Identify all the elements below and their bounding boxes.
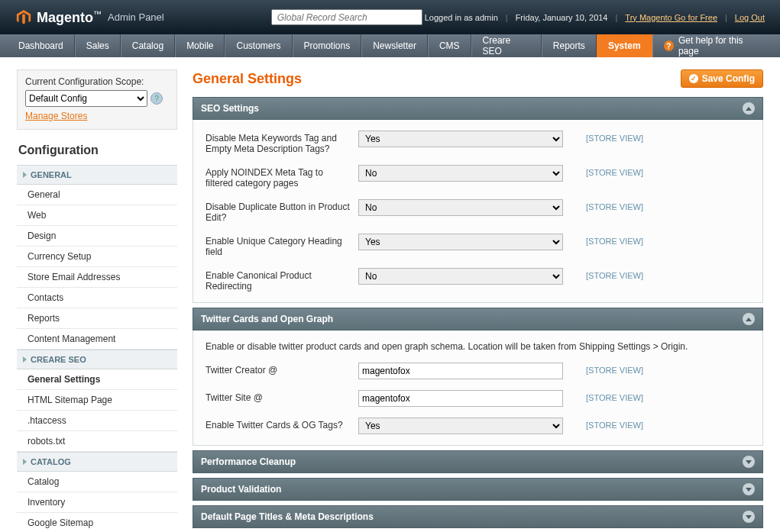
row-label: Twitter Site @ (206, 390, 358, 403)
fieldset-twitter-cards-and-open-graph: Twitter Cards and Open GraphEnable or di… (193, 308, 763, 446)
row-label: Enable Unique Category Heading field (206, 234, 358, 257)
row-select[interactable]: No (358, 268, 563, 285)
row-scope: [STORE VIEW] (586, 268, 643, 280)
nav-promotions[interactable]: Promotions (293, 34, 362, 57)
fieldset-default-page-titles-meta-descriptions: Default Page Titles & Meta Descriptions (193, 505, 763, 528)
fieldset-header[interactable]: Default Page Titles & Meta Descriptions (193, 505, 763, 528)
global-search-input[interactable] (271, 9, 422, 25)
config-row: Disable Duplicate Button in Product Edit… (206, 199, 750, 223)
config-row: Twitter Site @[STORE VIEW] (206, 390, 750, 407)
sidebar-item-web[interactable]: Web (17, 205, 177, 226)
admin-header: Magento™ Admin Panel Logged in as admin … (0, 0, 780, 34)
row-label: Enable Canonical Product Redirecting (206, 268, 358, 292)
check-icon: ✓ (689, 74, 698, 83)
collapse-toggle-icon[interactable] (743, 511, 755, 523)
sidebar: Current Configuration Scope: Default Con… (17, 69, 177, 532)
sidebar-item-html-sitemap-page[interactable]: HTML Sitemap Page (17, 390, 177, 411)
row-select[interactable]: Yes (358, 418, 563, 434)
fieldset-note: Enable or disable twitter product cards … (206, 341, 750, 352)
scope-help-icon[interactable]: ? (150, 92, 163, 105)
nav-creare-seo[interactable]: Creare SEO (471, 34, 542, 57)
fieldset-body: Disable Meta Keywords Tag and Empty Meta… (193, 120, 763, 303)
help-icon: ? (664, 40, 674, 51)
config-scope-box: Current Configuration Scope: Default Con… (17, 69, 177, 130)
chevron-right-icon (23, 172, 27, 178)
row-label: Twitter Creator @ (206, 363, 358, 376)
config-row: Twitter Creator @[STORE VIEW] (206, 363, 750, 379)
row-scope: [STORE VIEW] (586, 363, 643, 375)
save-config-button[interactable]: ✓ Save Config (681, 69, 763, 88)
row-scope: [STORE VIEW] (586, 199, 643, 211)
collapse-toggle-icon[interactable] (743, 483, 755, 495)
brand-name: Magento™ (37, 9, 102, 26)
logo: Magento™ Admin Panel (15, 9, 164, 26)
fieldset-header[interactable]: Product Validation (193, 478, 763, 501)
fieldset-product-validation: Product Validation (193, 478, 763, 501)
logout-link[interactable]: Log Out (735, 13, 765, 22)
logged-in-text: Logged in as admin (425, 13, 498, 22)
fieldset-header[interactable]: Twitter Cards and Open Graph (193, 308, 763, 330)
manage-stores-link[interactable]: Manage Stores (25, 111, 87, 121)
collapse-toggle-icon[interactable] (743, 313, 755, 325)
sidebar-item-contacts[interactable]: Contacts (17, 288, 177, 308)
nav-dashboard[interactable]: Dashboard (8, 34, 75, 57)
scope-select[interactable]: Default Config (25, 90, 147, 107)
magento-logo-icon (15, 9, 32, 26)
nav-mobile[interactable]: Mobile (175, 34, 225, 57)
collapse-toggle-icon[interactable] (743, 456, 755, 468)
sidebar-item--htaccess[interactable]: .htaccess (17, 411, 177, 431)
sidebar-item-catalog[interactable]: Catalog (17, 472, 177, 492)
sidebar-section-creare-seo[interactable]: CREARE SEO (17, 350, 177, 369)
fieldset-seo-settings: SEO SettingsDisable Meta Keywords Tag an… (193, 97, 763, 303)
scope-label: Current Configuration Scope: (25, 76, 169, 87)
sidebar-item-currency-setup[interactable]: Currency Setup (17, 247, 177, 267)
config-row: Apply NOINDEX Meta Tag to filtered categ… (206, 165, 750, 189)
header-date: Friday, January 10, 2014 (516, 13, 608, 22)
main-content: General Settings ✓ Save Config SEO Setti… (193, 69, 763, 532)
main-nav: DashboardSalesCatalogMobileCustomersProm… (0, 34, 780, 57)
sidebar-item-reports[interactable]: Reports (17, 308, 177, 329)
row-scope: [STORE VIEW] (586, 418, 643, 430)
nav-customers[interactable]: Customers (225, 34, 292, 57)
sidebar-item-store-email-addresses[interactable]: Store Email Addresses (17, 267, 177, 288)
config-row: Disable Meta Keywords Tag and Empty Meta… (206, 131, 750, 154)
row-select[interactable]: Yes (358, 234, 563, 250)
global-search (271, 9, 422, 25)
nav-cms[interactable]: CMS (428, 34, 471, 57)
nav-sales[interactable]: Sales (75, 34, 121, 57)
chevron-right-icon (23, 459, 27, 465)
nav-help[interactable]: ?Get help for this page (653, 34, 772, 57)
sidebar-title: Configuration (17, 140, 177, 165)
sidebar-item-google-sitemap[interactable]: Google Sitemap (17, 513, 177, 532)
config-row: Enable Canonical Product RedirectingNo[S… (206, 268, 750, 292)
fieldset-header[interactable]: SEO Settings (193, 97, 763, 120)
nav-system[interactable]: System (597, 34, 652, 57)
chevron-right-icon (23, 356, 27, 363)
sidebar-item-inventory[interactable]: Inventory (17, 492, 177, 513)
sidebar-section-general[interactable]: GENERAL (17, 165, 177, 185)
try-magento-link[interactable]: Try Magento Go for Free (625, 13, 717, 22)
row-select[interactable]: No (358, 165, 563, 182)
sidebar-item-general[interactable]: General (17, 185, 177, 205)
row-label: Apply NOINDEX Meta Tag to filtered categ… (206, 165, 358, 189)
config-row: Enable Unique Category Heading fieldYes[… (206, 234, 750, 257)
sidebar-section-catalog[interactable]: CATALOG (17, 452, 177, 472)
sidebar-item-content-management[interactable]: Content Management (17, 329, 177, 350)
nav-newsletter[interactable]: Newsletter (361, 34, 428, 57)
row-input-text[interactable] (358, 390, 563, 407)
fieldset-header[interactable]: Performance Cleanup (193, 450, 763, 473)
sidebar-item-design[interactable]: Design (17, 226, 177, 247)
sidebar-item-robots-txt[interactable]: robots.txt (17, 431, 177, 452)
sidebar-item-general-settings[interactable]: General Settings (17, 369, 177, 390)
collapse-toggle-icon[interactable] (743, 102, 755, 114)
row-input-text[interactable] (358, 363, 563, 379)
config-row: Enable Twitter Cards & OG Tags?Yes[STORE… (206, 418, 750, 434)
row-select[interactable]: Yes (358, 131, 563, 147)
row-select[interactable]: No (358, 199, 563, 216)
header-right: Logged in as admin | Friday, January 10,… (425, 13, 765, 22)
row-scope: [STORE VIEW] (586, 165, 643, 177)
fieldset-performance-cleanup: Performance Cleanup (193, 450, 763, 473)
row-label: Disable Duplicate Button in Product Edit… (206, 199, 358, 223)
nav-reports[interactable]: Reports (542, 34, 597, 57)
nav-catalog[interactable]: Catalog (121, 34, 175, 57)
